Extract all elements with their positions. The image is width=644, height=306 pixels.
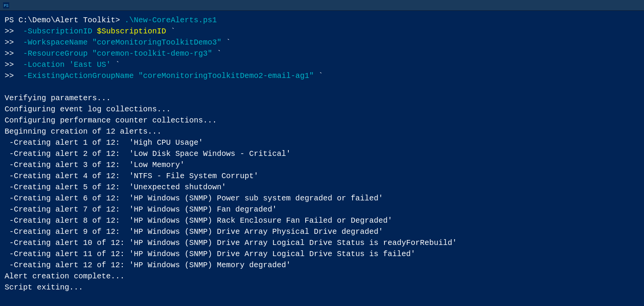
terminal-line: -Creating alert 8 of 12: 'HP Windows (SN… [5, 215, 639, 226]
terminal-line: Alert creation complete... [5, 271, 639, 282]
terminal-line: >> -ExistingActionGroupName "coreMonitor… [5, 70, 639, 81]
terminal-line: PS C:\Demo\Alert Toolkit> [5, 304, 639, 306]
terminal-line: -Creating alert 4 of 12: 'NTFS - File Sy… [5, 170, 639, 182]
svg-text:PS: PS [4, 4, 8, 8]
terminal-line: >> -WorkspaceName "coreMonitoringToolkit… [5, 37, 639, 48]
terminal-line: >> -SubscriptionID $SubscriptionID ` [5, 26, 639, 37]
terminal-line: -Creating alert 7 of 12: 'HP Windows (SN… [5, 204, 639, 215]
terminal-line: >> -ResourceGroup "coremon-toolkit-demo-… [5, 48, 639, 59]
terminal-window[interactable]: PS C:\Demo\Alert Toolkit> .\New-CoreAler… [0, 11, 644, 306]
terminal-line: -Creating alert 9 of 12: 'HP Windows (SN… [5, 226, 639, 237]
terminal-line: -Creating alert 1 of 12: 'High CPU Usage… [5, 137, 639, 148]
terminal-line: -Creating alert 11 of 12: 'HP Windows (S… [5, 248, 639, 260]
terminal-line: Configuring event log collections... [5, 104, 639, 115]
terminal-line [5, 293, 639, 304]
terminal-line: -Creating alert 6 of 12: 'HP Windows (SN… [5, 193, 639, 204]
terminal-line: -Creating alert 5 of 12: 'Unexpected shu… [5, 182, 639, 193]
terminal-line: Configuring performance counter collecti… [5, 115, 639, 126]
terminal-line: >> -Location 'East US' ` [5, 59, 639, 70]
terminal-line: -Creating alert 12 of 12: 'HP Windows (S… [5, 260, 639, 271]
terminal-line: PS C:\Demo\Alert Toolkit> .\New-CoreAler… [5, 15, 639, 26]
terminal-line: -Creating alert 10 of 12: 'HP Windows (S… [5, 237, 639, 248]
terminal-line: -Creating alert 3 of 12: 'Low Memory' [5, 159, 639, 170]
terminal-line: Script exiting... [5, 282, 639, 293]
terminal-line [5, 81, 639, 93]
powershell-icon: PS [3, 2, 9, 8]
terminal-line: Verifying parameters... [5, 93, 639, 104]
terminal-line: Beginning creation of 12 alerts... [5, 126, 639, 137]
title-bar: PS [0, 0, 644, 11]
terminal-line: -Creating alert 2 of 12: 'Low Disk Space… [5, 148, 639, 159]
